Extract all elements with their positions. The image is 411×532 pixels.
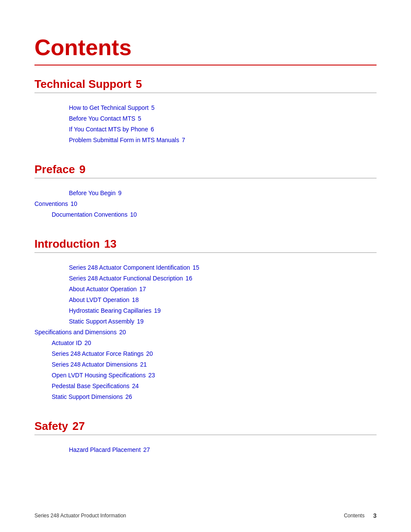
toc-entry-page: 19 [137,317,144,326]
toc-entry-page: 23 [148,371,155,380]
toc-entry-page: 20 [84,339,91,348]
toc-entry[interactable]: Series 248 Actuator Functional Descripti… [34,274,377,283]
toc-entry-page: 10 [71,199,78,208]
section-number-introduction: 13 [104,237,117,251]
toc-sections: Technical Support5How to Get Technical S… [34,78,377,460]
toc-entry[interactable]: Hazard Placard Placement27 [34,445,377,454]
section-introduction: Introduction13Series 248 Actuator Compon… [34,237,377,408]
section-safety: Safety27Hazard Placard Placement27 [34,420,377,460]
section-rule-safety [34,435,377,435]
toc-entry[interactable]: Documentation Conventions10 [34,210,377,219]
toc-entry[interactable]: Series 248 Actuator Dimensions21 [34,360,377,369]
toc-entry[interactable]: About LVDT Operation18 [34,296,377,305]
section-technical-support: Technical Support5How to Get Technical S… [34,78,377,151]
toc-entry[interactable]: Series 248 Actuator Component Identifica… [34,263,377,272]
section-preface: Preface9Before You Begin9Conventions10Do… [34,163,377,225]
toc-entry[interactable]: Series 248 Actuator Force Ratings20 [34,349,377,358]
toc-entry-page: 5 [151,103,155,112]
toc-entry-text: If You Contact MTS by Phone [69,125,148,134]
toc-entry-page: 5 [138,114,141,123]
section-header-introduction: Introduction13 [34,237,377,251]
toc-entry[interactable]: Open LVDT Housing Specifications23 [34,371,377,380]
toc-entry[interactable]: Problem Submittal Form in MTS Manuals7 [34,136,377,145]
toc-entry-text: Pedestal Base Specifications [52,382,130,391]
footer-page-number: 3 [373,512,377,519]
toc-entries-technical-support: How to Get Technical Support5Before You … [34,100,377,151]
toc-entry-text: Before You Begin [69,189,115,198]
section-title-technical-support: Technical Support [34,78,131,91]
toc-entry-text: Specifications and Dimensions [34,328,117,337]
toc-entries-safety: Hazard Placard Placement27 [34,442,377,460]
toc-entry-text: Conventions [34,199,68,208]
toc-entry-text: Hydrostatic Bearing Capillaries [69,306,151,315]
toc-entries-preface: Before You Begin9Conventions10Documentat… [34,185,377,225]
toc-entry-text: Before You Contact MTS [69,114,135,123]
toc-entry-page: 9 [118,189,121,198]
toc-entry-page: 19 [154,306,161,315]
toc-entry[interactable]: Specifications and Dimensions20 [34,328,377,337]
toc-entry[interactable]: Before You Begin9 [34,189,377,198]
toc-entry-text: Static Support Assembly [69,317,134,326]
section-rule-introduction [34,252,377,253]
toc-entry-text: Series 248 Actuator Component Identifica… [69,263,190,272]
toc-entry[interactable]: Before You Contact MTS5 [34,114,377,123]
toc-entry-text: How to Get Technical Support [69,103,149,112]
toc-entry[interactable]: About Actuator Operation17 [34,285,377,294]
footer-document-title: Series 248 Actuator Product Information [34,513,126,519]
toc-entry-page: 7 [182,136,185,145]
toc-entry-page: 6 [151,125,154,134]
toc-entry-text: Open LVDT Housing Specifications [52,371,146,380]
toc-entry[interactable]: Hydrostatic Bearing Capillaries19 [34,306,377,315]
footer-section-label: Contents [344,513,364,519]
toc-entry-page: 16 [186,274,193,283]
toc-entry-text: Series 248 Actuator Dimensions [52,360,137,369]
toc-entry[interactable]: Static Support Dimensions26 [34,392,377,401]
toc-entries-introduction: Series 248 Actuator Component Identifica… [34,260,377,408]
toc-entry-page: 26 [125,392,132,401]
section-rule-technical-support [34,93,377,93]
toc-entry-page: 21 [140,360,147,369]
toc-entry[interactable]: Static Support Assembly19 [34,317,377,326]
toc-entry[interactable]: If You Contact MTS by Phone6 [34,125,377,134]
section-number-preface: 9 [79,163,85,176]
toc-entry-page: 15 [193,263,199,272]
section-number-safety: 27 [72,420,85,433]
toc-entry-text: Static Support Dimensions [52,392,123,401]
toc-entry-text: About LVDT Operation [69,296,129,305]
toc-entry[interactable]: Conventions10 [34,199,377,208]
toc-entry-page: 10 [130,210,137,219]
toc-entry[interactable]: Actuator ID20 [34,339,377,348]
section-rule-preface [34,178,377,178]
section-title-safety: Safety [34,420,68,433]
toc-entry-text: Series 248 Actuator Functional Descripti… [69,274,183,283]
toc-entry-text: Actuator ID [52,339,82,348]
toc-entry-text: About Actuator Operation [69,285,137,294]
section-title-introduction: Introduction [34,237,100,251]
toc-entry[interactable]: Pedestal Base Specifications24 [34,382,377,391]
toc-entry[interactable]: How to Get Technical Support5 [34,103,377,112]
toc-entry-text: Documentation Conventions [52,210,128,219]
section-title-preface: Preface [34,163,75,176]
title-divider [34,65,377,65]
section-header-preface: Preface9 [34,163,377,176]
toc-entry-page: 20 [119,328,126,337]
page-footer: Series 248 Actuator Product Information … [34,512,377,519]
toc-entry-page: 27 [143,445,150,454]
toc-entry-page: 17 [139,285,146,294]
toc-entry-page: 24 [132,382,139,391]
section-header-technical-support: Technical Support5 [34,78,377,91]
footer-page-info: Contents 3 [344,512,377,519]
section-header-safety: Safety27 [34,420,377,433]
toc-entry-page: 20 [146,349,153,358]
page-title: Contents [34,34,377,60]
toc-entry-text: Series 248 Actuator Force Ratings [52,349,143,358]
page-container: Contents Technical Support5How to Get Te… [0,0,411,532]
toc-entry-page: 18 [132,296,139,305]
toc-entry-text: Hazard Placard Placement [69,445,141,454]
toc-entry-text: Problem Submittal Form in MTS Manuals [69,136,179,145]
section-number-technical-support: 5 [136,78,142,91]
